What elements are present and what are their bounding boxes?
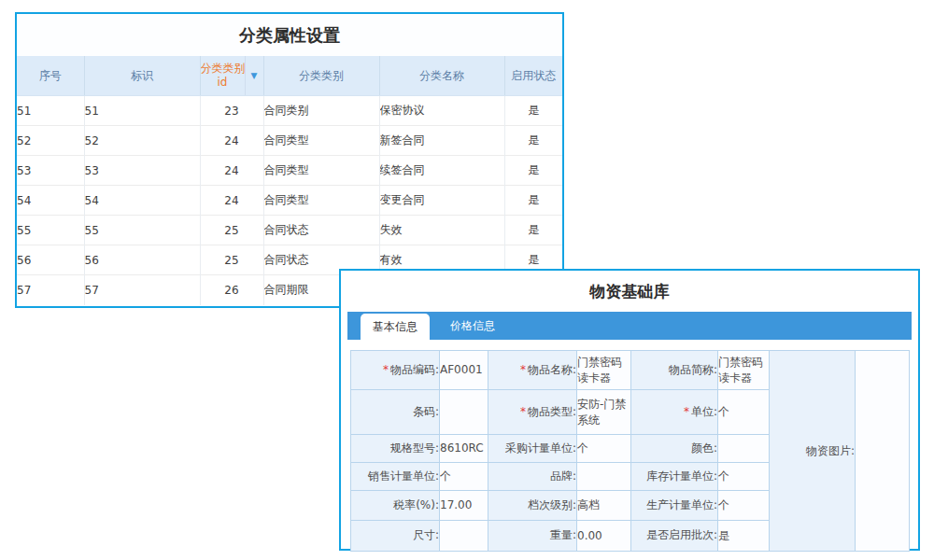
material-base-panel: 物资基础库 基本信息 价格信息 *物品编码: AF0001 *物品名称: 门禁密… — [339, 269, 920, 551]
field-value-size — [440, 521, 488, 552]
cell-identifier: 57 — [84, 275, 200, 305]
col-header-identifier: 标识 — [84, 56, 200, 96]
field-label-item-name: *物品名称: — [488, 351, 577, 390]
field-value-item-name: 门禁密码读卡器 — [577, 351, 631, 390]
cell-category-id: 25 — [200, 216, 263, 245]
field-label-weight: 重量: — [488, 521, 577, 552]
table-row[interactable]: 52 52 24 合同类型 新签合同 是 — [17, 126, 562, 156]
cell-enabled-status: 是 — [504, 96, 562, 126]
field-value-spec-model: 8610RC — [440, 435, 488, 463]
field-value-batch-enabled: 是 — [718, 521, 770, 552]
field-value-color — [718, 435, 770, 463]
field-value-purchase-unit: 个 — [577, 435, 631, 463]
cell-seq: 56 — [17, 245, 84, 275]
cell-category-name: 失效 — [379, 216, 504, 245]
field-label-material-image: 物资图片: — [770, 351, 856, 552]
cell-category-type: 合同类别 — [263, 96, 379, 126]
cell-category-id: 24 — [200, 186, 263, 216]
panel1-title: 分类属性设置 — [17, 14, 562, 56]
cell-identifier: 52 — [84, 126, 200, 156]
cell-enabled-status: 是 — [504, 156, 562, 186]
field-value-item-code: AF0001 — [440, 351, 488, 390]
col-header-enabled-status: 启用状态 — [504, 56, 562, 96]
field-value-weight: 0.00 — [577, 521, 631, 552]
field-value-sales-unit: 个 — [440, 463, 488, 491]
required-asterisk: * — [520, 363, 526, 376]
cell-category-name: 保密协议 — [379, 96, 504, 126]
required-asterisk: * — [383, 363, 389, 376]
cell-category-id: 25 — [200, 245, 263, 275]
field-label-barcode: 条码: — [351, 390, 440, 435]
tab-bar: 基本信息 价格信息 — [347, 312, 912, 340]
cell-category-name: 新签合同 — [379, 126, 504, 156]
category-table: 序号 标识 分类类别 id ▼ 分类类别 分类名称 启用状态 — [17, 56, 562, 305]
table-row[interactable]: 55 55 25 合同状态 失效 是 — [17, 216, 562, 245]
field-label-item-type: *物品类型: — [488, 390, 577, 435]
field-label-size: 尺寸: — [351, 521, 440, 552]
cell-category-type: 合同类型 — [263, 186, 379, 216]
cell-seq: 52 — [17, 126, 84, 156]
field-value-production-unit: 个 — [718, 491, 770, 521]
required-asterisk: * — [684, 405, 689, 418]
cell-category-type: 合同类型 — [263, 156, 379, 186]
cell-seq: 51 — [17, 96, 84, 126]
cell-identifier: 55 — [84, 216, 200, 245]
cell-category-type: 合同类型 — [263, 126, 379, 156]
col-header-category-name: 分类名称 — [379, 56, 504, 96]
field-value-grade-level: 高档 — [577, 491, 631, 521]
col-header-seq: 序号 — [17, 56, 84, 96]
field-label-tax-rate: 税率(%): — [351, 491, 440, 521]
cell-enabled-status: 是 — [504, 216, 562, 245]
field-value-barcode — [440, 390, 488, 435]
cell-category-id: 26 — [200, 275, 263, 305]
cell-identifier: 53 — [84, 156, 200, 186]
category-attribute-panel: 分类属性设置 序号 标识 分类类别 id ▼ 分类类别 — [15, 12, 564, 308]
tab-basic-info[interactable]: 基本信息 — [361, 314, 430, 340]
field-label-grade-level: 档次级别: — [488, 491, 577, 521]
col-header-category-type: 分类类别 — [263, 56, 379, 96]
cell-identifier: 51 — [84, 96, 200, 126]
field-label-spec-model: 规格型号: — [351, 435, 440, 463]
field-label-production-unit: 生产计量单位: — [631, 491, 718, 521]
table-header-row: 序号 标识 分类类别 id ▼ 分类类别 分类名称 启用状态 — [17, 56, 562, 96]
field-label-color: 颜色: — [631, 435, 718, 463]
required-asterisk: * — [520, 405, 526, 418]
cell-category-name: 变更合同 — [379, 186, 504, 216]
cell-category-id: 24 — [200, 126, 263, 156]
cell-seq: 53 — [17, 156, 84, 186]
cell-seq: 54 — [17, 186, 84, 216]
cell-seq: 57 — [17, 275, 84, 305]
cell-enabled-status: 是 — [504, 186, 562, 216]
panel2-title: 物资基础库 — [341, 271, 918, 312]
tab-price-info[interactable]: 价格信息 — [437, 312, 508, 340]
field-label-stock-unit: 库存计量单位: — [631, 463, 718, 491]
field-label-item-code: *物品编码: — [351, 351, 440, 390]
table-row[interactable]: 53 53 24 合同类型 续签合同 是 — [17, 156, 562, 186]
cell-identifier: 54 — [84, 186, 200, 216]
col-header-category-id[interactable]: 分类类别 id ▼ — [200, 56, 263, 96]
field-label-item-short-name: 物品简称: — [631, 351, 718, 390]
field-label-sales-unit: 销售计量单位: — [351, 463, 440, 491]
field-label-purchase-unit: 采购计量单位: — [488, 435, 577, 463]
field-value-item-short-name: 门禁密码读卡器 — [718, 351, 770, 390]
table-row[interactable]: 51 51 23 合同类别 保密协议 是 — [17, 96, 562, 126]
cell-category-name: 续签合同 — [379, 156, 504, 186]
field-value-stock-unit: 个 — [718, 463, 770, 491]
basic-info-form: *物品编码: AF0001 *物品名称: 门禁密码读卡器 物品简称: 门禁密码读… — [350, 350, 910, 552]
cell-category-id: 24 — [200, 156, 263, 186]
field-value-item-type: 安防-门禁系统 — [577, 390, 631, 435]
table-row[interactable]: 54 54 24 合同类型 变更合同 是 — [17, 186, 562, 216]
cell-category-type: 合同状态 — [263, 216, 379, 245]
cell-category-id: 23 — [200, 96, 263, 126]
field-value-material-image — [856, 351, 910, 552]
field-label-brand: 品牌: — [488, 463, 577, 491]
category-id-header-label: 分类类别 id — [201, 56, 245, 95]
field-label-unit: *单位: — [631, 390, 718, 435]
cell-identifier: 56 — [84, 245, 200, 275]
field-value-tax-rate: 17.00 — [440, 491, 488, 521]
field-label-batch-enabled: 是否启用批次: — [631, 521, 718, 552]
field-value-brand — [577, 463, 631, 491]
cell-enabled-status: 是 — [504, 126, 562, 156]
sort-dropdown-icon[interactable]: ▼ — [245, 56, 263, 95]
field-value-unit: 个 — [718, 390, 770, 435]
